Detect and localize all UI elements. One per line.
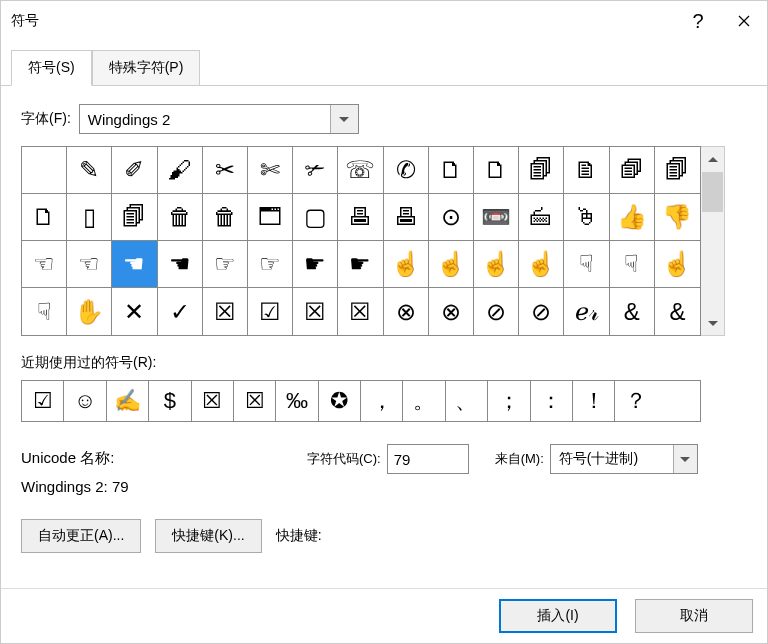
scroll-thumb[interactable] [702,172,723,212]
recent-symbol-cell[interactable]: ； [488,381,530,421]
symbol-cell[interactable]: 🗋 [429,147,474,194]
symbol-cell[interactable]: 🖮 [519,194,564,241]
cancel-button[interactable]: 取消 [635,599,753,633]
symbol-cell[interactable]: ☞ [248,241,293,288]
close-button[interactable] [721,1,767,41]
recent-symbol-cell[interactable]: ☒ [234,381,276,421]
symbol-cell[interactable]: 👎 [655,194,700,241]
symbol-cell[interactable]: ✄ [248,147,293,194]
from-select-dropdown-button[interactable] [673,445,697,473]
symbol-cell[interactable]: ☜ [22,241,67,288]
symbol-cell[interactable]: 🖌 [158,147,203,194]
symbol-cell[interactable]: 🗑 [158,194,203,241]
symbol-cell[interactable]: ▯ [67,194,112,241]
symbol-cell[interactable]: & [610,288,655,335]
grid-scrollbar[interactable] [701,146,725,336]
autocorrect-button[interactable]: 自动更正(A)... [21,519,141,553]
symbol-cell[interactable]: ☜ [67,241,112,288]
symbol-cell[interactable]: 🖶 [338,194,383,241]
help-button[interactable]: ? [675,1,721,41]
symbol-cell[interactable]: 🖰 [564,194,609,241]
recent-symbol-cell[interactable]: ， [361,381,403,421]
tab-symbols[interactable]: 符号(S) [11,50,92,86]
symbol-cell[interactable]: & [655,288,700,335]
shortcut-key-button[interactable]: 快捷键(K)... [155,519,261,553]
symbol-cell[interactable]: ✃ [293,147,338,194]
recent-symbol-cell[interactable]: ‰ [276,381,318,421]
recent-symbol-cell[interactable]: ☒ [192,381,234,421]
symbol-cell[interactable]: ✎ [67,147,112,194]
tab-special-chars[interactable]: 特殊字符(P) [92,50,201,86]
recent-symbols-grid: ☑☺✍$☒☒‰✪，。、；：！？ [21,380,701,422]
symbol-cell[interactable]: ☝ [519,241,564,288]
symbol-cell[interactable]: ☒ [293,288,338,335]
symbol-cell[interactable]: 🗊 [610,147,655,194]
symbol-cell[interactable]: ☑ [248,288,293,335]
from-select[interactable]: 符号(十进制) [550,444,698,474]
char-code-label: 字符代码(C): [307,450,381,468]
symbol-cell[interactable]: ☞ [203,241,248,288]
symbol-cell[interactable]: 👍 [610,194,655,241]
char-code-input[interactable] [387,444,469,474]
from-label: 来自(M): [495,450,544,468]
symbol-cell[interactable]: ⊘ [519,288,564,335]
symbol-cell[interactable]: 🖶 [384,194,429,241]
symbol-cell[interactable]: ⊗ [429,288,474,335]
symbol-cell[interactable]: 🗐 [112,194,157,241]
symbol-cell[interactable]: 🗋 [474,147,519,194]
symbol-cell[interactable]: 🗔 [248,194,293,241]
symbol-cell[interactable]: ▢ [293,194,338,241]
symbol-cell[interactable]: ✆ [384,147,429,194]
symbol-cell[interactable]: ☟ [564,241,609,288]
symbol-cell[interactable]: ✋ [67,288,112,335]
recent-symbol-cell[interactable] [658,381,700,421]
symbol-cell[interactable]: 🗋 [22,194,67,241]
font-select[interactable]: Wingdings 2 [79,104,359,134]
recent-symbol-cell[interactable]: ✪ [319,381,361,421]
symbol-cell[interactable]: ⊙ [429,194,474,241]
dialog-title: 符号 [11,12,675,30]
recent-symbol-cell[interactable]: $ [149,381,191,421]
font-label: 字体(F): [21,110,71,128]
unicode-name-label: Unicode 名称: [21,444,281,473]
symbol-cell[interactable]: 🗐 [655,147,700,194]
symbol-cell[interactable]: ℯ𝓇 [564,288,609,335]
symbol-cell[interactable]: ☝ [384,241,429,288]
symbol-cell[interactable]: ☝ [474,241,519,288]
symbol-cell[interactable]: ☏ [338,147,383,194]
insert-button[interactable]: 插入(I) [499,599,617,633]
symbol-cell[interactable]: ✕ [112,288,157,335]
recent-symbol-cell[interactable]: ☺ [64,381,106,421]
recent-symbol-cell[interactable]: 、 [446,381,488,421]
symbol-cell[interactable]: ☟ [610,241,655,288]
symbol-cell[interactable]: ✂ [203,147,248,194]
symbol-cell[interactable]: ⊘ [474,288,519,335]
symbol-cell[interactable]: 🗎 [564,147,609,194]
symbol-cell[interactable]: 🗑 [203,194,248,241]
symbol-cell[interactable]: ⊗ [384,288,429,335]
recent-symbol-cell[interactable]: 。 [403,381,445,421]
scroll-up-button[interactable] [701,147,724,171]
scroll-down-button[interactable] [701,311,724,335]
symbol-cell[interactable]: ☛ [293,241,338,288]
recent-symbol-cell[interactable]: ✍ [107,381,149,421]
symbol-cell[interactable]: ☝ [429,241,474,288]
scroll-track[interactable] [701,213,724,311]
symbol-cell[interactable]: ✓ [158,288,203,335]
symbol-cell[interactable]: ✐ [112,147,157,194]
symbol-cell[interactable]: 🗐 [519,147,564,194]
font-select-dropdown-button[interactable] [330,105,358,133]
recent-symbol-cell[interactable]: ： [531,381,573,421]
symbol-cell[interactable]: ☒ [338,288,383,335]
symbol-cell[interactable]: ☝ [655,241,700,288]
recent-symbol-cell[interactable]: ？ [615,381,657,421]
symbol-cell[interactable]: ☒ [203,288,248,335]
symbol-cell[interactable]: ☛ [338,241,383,288]
recent-symbol-cell[interactable]: ☑ [22,381,64,421]
symbol-cell[interactable]: ☚ [158,241,203,288]
symbol-cell[interactable]: ☟ [22,288,67,335]
symbol-cell[interactable]: 📼 [474,194,519,241]
symbol-cell[interactable]: ☚ [112,241,157,288]
symbol-cell[interactable] [22,147,67,194]
recent-symbol-cell[interactable]: ！ [573,381,615,421]
